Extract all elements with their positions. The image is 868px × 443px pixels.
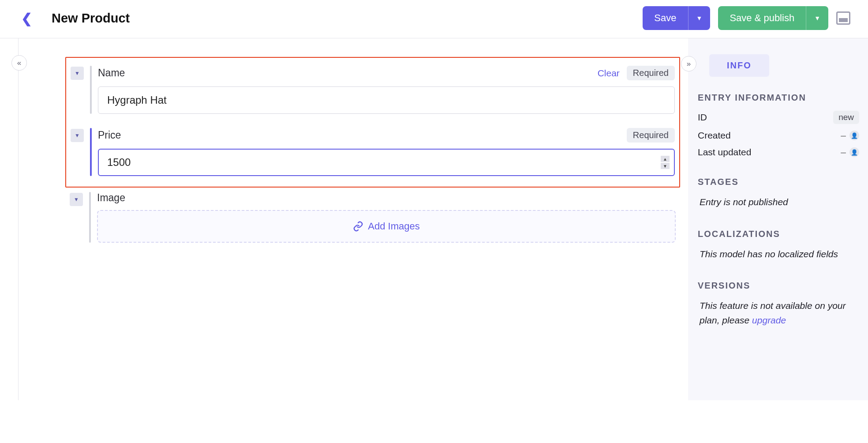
add-images-button[interactable]: Add Images [97, 210, 676, 243]
field-label: Image [97, 192, 125, 204]
row-created: Created – 👤 [698, 130, 859, 141]
info-tab[interactable]: INFO [709, 54, 769, 77]
field-indicator [90, 66, 92, 114]
clear-button[interactable]: Clear [598, 68, 620, 79]
page-title: New Product [52, 11, 130, 26]
section-stages: STAGES Entry is not published [698, 177, 859, 210]
collapse-toggle[interactable]: ▼ [70, 193, 83, 206]
section-entry-info: ENTRY INFORMATION ID new Created – 👤 Las… [698, 93, 859, 158]
field-price: ▼ Price Required ▲ ▼ [71, 128, 675, 176]
chevron-down-icon: ▼ [696, 15, 703, 22]
form-area: ▼ Name Clear Required ▼ [19, 38, 686, 400]
field-indicator [90, 128, 92, 176]
created-value: – [841, 130, 846, 141]
required-badge: Required [627, 128, 675, 143]
section-title: LOCALIZATIONS [698, 229, 859, 239]
header: ❮ New Product Save ▼ Save & publish ▼ [0, 0, 868, 38]
save-button[interactable]: Save [643, 6, 688, 30]
updated-label: Last updated [698, 147, 751, 158]
left-gutter: « [0, 38, 19, 400]
updated-value: – [841, 147, 846, 158]
user-icon: 👤 [849, 147, 859, 157]
section-title: STAGES [698, 177, 859, 187]
save-dropdown[interactable]: ▼ [688, 6, 711, 30]
add-images-label: Add Images [368, 221, 419, 232]
field-label: Name [98, 67, 125, 79]
row-id: ID new [698, 111, 859, 124]
save-publish-dropdown[interactable]: ▼ [806, 6, 828, 30]
expand-left-icon[interactable]: « [11, 55, 27, 71]
versions-note: This feature is not available on your pl… [700, 299, 859, 327]
link-icon [353, 221, 363, 232]
step-up-icon[interactable]: ▲ [661, 156, 670, 162]
step-down-icon[interactable]: ▼ [661, 163, 670, 169]
field-image: ▼ Image Add Images [65, 192, 680, 243]
name-input[interactable] [98, 86, 675, 114]
save-publish-button[interactable]: Save & publish [718, 6, 806, 30]
row-updated: Last updated – 👤 [698, 147, 859, 158]
back-chevron-icon[interactable]: ❮ [18, 9, 36, 28]
stages-note: Entry is not published [700, 195, 859, 210]
save-publish-button-group: Save & publish ▼ [718, 6, 828, 30]
section-title: ENTRY INFORMATION [698, 93, 859, 103]
info-sidebar: » INFO ENTRY INFORMATION ID new Created … [688, 38, 868, 400]
id-badge: new [833, 111, 859, 124]
created-label: Created [698, 130, 731, 141]
id-label: ID [698, 112, 707, 123]
number-stepper[interactable]: ▲ ▼ [661, 156, 670, 169]
price-input[interactable] [98, 149, 675, 176]
upgrade-link[interactable]: upgrade [752, 315, 786, 325]
required-badge: Required [627, 66, 675, 80]
section-localizations: LOCALIZATIONS This model has no localize… [698, 229, 859, 262]
field-name: ▼ Name Clear Required [71, 66, 675, 114]
highlight-box: ▼ Name Clear Required ▼ [65, 57, 680, 188]
collapse-right-icon[interactable]: » [681, 56, 696, 71]
chevron-down-icon: ▼ [814, 15, 820, 22]
collapse-toggle[interactable]: ▼ [71, 67, 84, 80]
collapse-toggle[interactable]: ▼ [71, 129, 84, 142]
localizations-note: This model has no localized fields [700, 247, 859, 262]
user-icon: 👤 [849, 131, 859, 140]
section-title: VERSIONS [698, 281, 859, 291]
section-versions: VERSIONS This feature is not available o… [698, 281, 859, 327]
panel-toggle-icon[interactable] [836, 11, 850, 25]
field-indicator [89, 192, 91, 243]
field-label: Price [98, 129, 121, 141]
save-button-group: Save ▼ [643, 6, 710, 30]
